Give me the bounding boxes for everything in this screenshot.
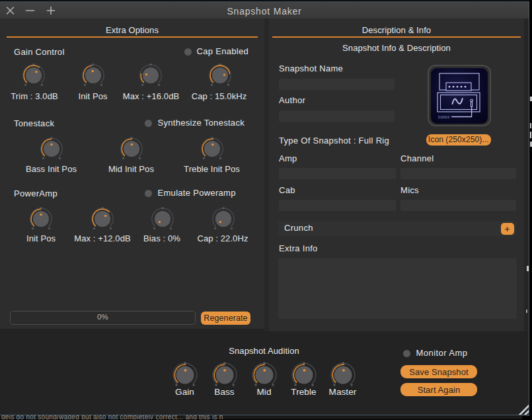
- svg-text:010010: 010010: [438, 116, 450, 119]
